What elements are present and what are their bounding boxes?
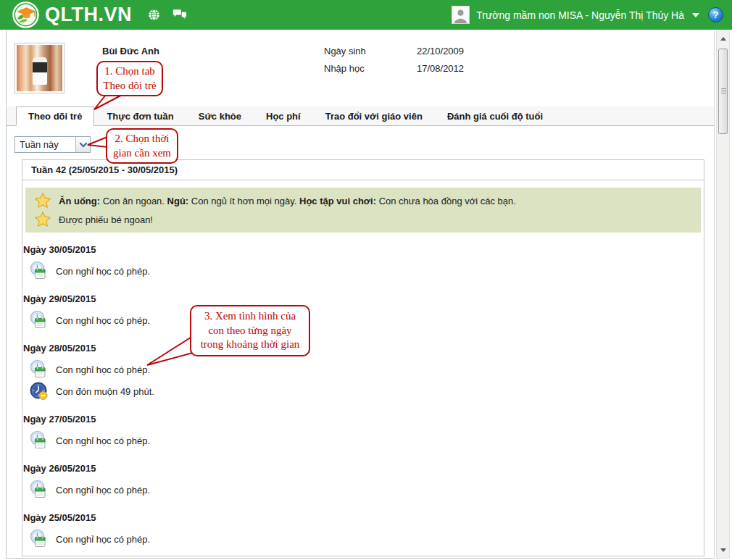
- event-text: Con nghỉ học có phép.: [56, 435, 150, 446]
- tab-danh-gia-cuoi-do-tuoi[interactable]: Đánh giá cuối độ tuổi: [435, 106, 555, 126]
- summary-row: Ăn uống: Con ăn ngoan. Ngủ: Con ngủ ít h…: [34, 192, 692, 209]
- enroll-date-label: Nhập học: [324, 63, 417, 74]
- help-icon: ?: [713, 9, 719, 20]
- tab-bar: Theo dõi trẻThực đơn tuầnSức khỏeHọc phí…: [7, 106, 714, 126]
- day-section: Ngày 25/05/2015 Con nghỉ học có phép.: [23, 512, 704, 550]
- absence-permitted-icon: [29, 310, 49, 330]
- scroll-down-button[interactable]: [717, 544, 729, 556]
- account-name: Trường mầm non MISA - Nguyễn Thị Thúy Hà: [476, 9, 684, 21]
- chevron-down-icon: [79, 142, 88, 148]
- caret-down-icon: [692, 13, 699, 17]
- tab-hoc-phi[interactable]: Học phí: [254, 106, 313, 126]
- day-section: Ngày 27/05/2015 Con nghỉ học có phép.: [23, 414, 704, 451]
- enroll-date-value: 17/08/2012: [417, 63, 464, 74]
- event-text: Con nghỉ học có phép.: [56, 485, 150, 496]
- day-event: Con đón muộn 49 phút.: [29, 380, 704, 402]
- day-list: Ngày 30/05/2015 Con nghỉ học có phép. Ng…: [22, 244, 704, 550]
- student-name: Bùi Đức Anh: [102, 46, 159, 57]
- scroll-up-button[interactable]: [717, 33, 729, 45]
- select-value: Tuần này: [15, 137, 75, 152]
- select-dropdown-button[interactable]: [75, 137, 90, 152]
- avatar: [452, 6, 470, 24]
- day-date: Ngày 30/05/2015: [23, 244, 704, 255]
- birth-date-value: 22/10/2009: [417, 46, 464, 57]
- event-text: Con nghỉ học có phép.: [56, 266, 150, 277]
- callout-3: 3. Xem tình hình của con theo từng ngày …: [190, 305, 310, 356]
- absence-permitted-icon: [29, 529, 49, 549]
- app-logo-icon: [12, 1, 39, 28]
- day-section: Ngày 30/05/2015 Con nghỉ học có phép.: [23, 244, 704, 282]
- chat-icon[interactable]: [172, 9, 187, 21]
- tab-thuc-don-tuan[interactable]: Thực đơn tuần: [94, 106, 186, 126]
- brand-name: QLTH.VN: [45, 5, 132, 25]
- day-section: Ngày 28/05/2015 Con nghỉ học có phép. Co…: [23, 343, 704, 402]
- day-event: Con nghỉ học có phép.: [29, 260, 704, 282]
- tab-suc-khoe[interactable]: Sức khỏe: [186, 106, 254, 126]
- summary-line2-text: Được phiếu bé ngoan!: [59, 214, 153, 225]
- absence-permitted-icon: [29, 261, 49, 281]
- arrow-up-icon: [720, 37, 726, 41]
- event-text: Con nghỉ học có phép.: [56, 364, 150, 375]
- summary-line1-text: Ăn uống: Con ăn ngoan. Ngủ: Con ngủ ít h…: [59, 196, 516, 206]
- day-date: Ngày 27/05/2015: [23, 414, 704, 425]
- event-text: Con nghỉ học có phép.: [56, 315, 150, 326]
- callout-1: 1. Chọn tab Theo dõi trẻ: [96, 61, 163, 96]
- absence-permitted-icon: [29, 359, 49, 380]
- tab-trao-doi-voi-giao-vien[interactable]: Trao đổi với giáo viên: [313, 106, 435, 126]
- day-event: Con nghỉ học có phép.: [29, 309, 704, 331]
- summary-row: Được phiếu bé ngoan!: [34, 211, 692, 228]
- student-meta: Ngày sinh 22/10/2009 Nhập học 17/08/2012: [324, 46, 464, 74]
- day-event: Con nghỉ học có phép.: [29, 528, 704, 550]
- day-date: Ngày 26/05/2015: [23, 463, 704, 474]
- event-text: Con đón muộn 49 phút.: [56, 386, 154, 397]
- absence-permitted-icon: [29, 430, 49, 451]
- star-icon: [34, 211, 51, 228]
- day-section: Ngày 29/05/2015 Con nghỉ học có phép.: [23, 293, 704, 331]
- tab-theo-doi-tre[interactable]: Theo dõi trẻ: [16, 106, 94, 126]
- absence-permitted-icon: [29, 480, 49, 500]
- vertical-scrollbar[interactable]: [716, 30, 730, 559]
- student-photo: [14, 43, 65, 93]
- time-range-select[interactable]: Tuần này: [14, 136, 91, 153]
- weekly-summary: Ăn uống: Con ăn ngoan. Ngủ: Con ngủ ít h…: [25, 188, 701, 233]
- callout-2: 2. Chọn thời gian cần xem: [106, 128, 178, 164]
- day-event: Con nghỉ học có phép.: [29, 479, 704, 501]
- day-date: Ngày 29/05/2015: [23, 293, 704, 304]
- globe-icon[interactable]: [148, 9, 160, 21]
- day-event: Con nghỉ học có phép.: [29, 359, 704, 380]
- day-date: Ngày 28/05/2015: [23, 343, 704, 354]
- week-panel: Tuần 42 (25/05/2015 - 30/05/2015) Ăn uốn…: [22, 159, 704, 556]
- account-menu[interactable]: Trường mầm non MISA - Nguyễn Thị Thúy Hà: [452, 6, 699, 24]
- event-text: Con nghỉ học có phép.: [56, 534, 150, 545]
- day-date: Ngày 25/05/2015: [23, 512, 704, 523]
- star-icon: [34, 192, 51, 209]
- top-header: QLTH.VN Trường mầm non MISA - Nguyễn Thị…: [0, 0, 732, 30]
- day-event: Con nghỉ học có phép.: [29, 430, 704, 451]
- late-pickup-icon: [29, 381, 49, 401]
- arrow-down-icon: [720, 548, 726, 552]
- day-section: Ngày 26/05/2015 Con nghỉ học có phép.: [23, 463, 704, 501]
- help-button[interactable]: ?: [708, 7, 723, 22]
- birth-date-label: Ngày sinh: [324, 46, 417, 57]
- scrollbar-thumb[interactable]: [718, 49, 728, 134]
